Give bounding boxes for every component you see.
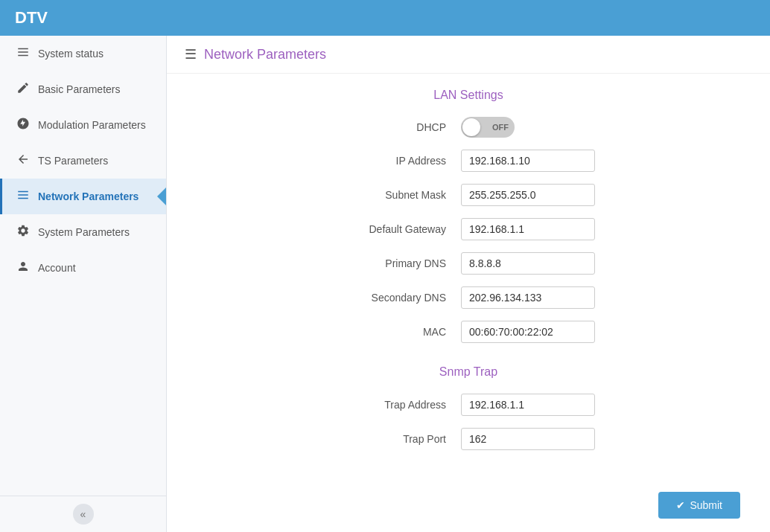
label-trap-address: Trap Address [342, 399, 461, 411]
svg-rect-4 [18, 194, 28, 196]
page-header-icon: ☰ [185, 46, 197, 63]
snmp-trap-title: Snmp Trap [197, 365, 740, 379]
sidebar-item-label: System Parameters [38, 226, 130, 238]
sidebar-item-label: Account [38, 262, 76, 274]
svg-rect-1 [18, 51, 28, 53]
form-row-mac: MAC [197, 321, 740, 343]
sidebar-collapse-area: « [0, 496, 166, 532]
sidebar-item-label: System status [38, 48, 104, 60]
input-trap-address[interactable] [461, 394, 595, 416]
input-trap-port[interactable] [461, 428, 595, 450]
form-row-dhcp: DHCPOFF [197, 117, 740, 138]
page-header: ☰ Network Parameters [167, 36, 770, 74]
sidebar-item-system-parameters[interactable]: System Parameters [0, 214, 166, 250]
sidebar-item-ts-parameters[interactable]: TS Parameters [0, 143, 166, 179]
label-subnet-mask: Subnet Mask [342, 189, 461, 201]
active-arrow [157, 188, 166, 205]
system-status-icon [16, 45, 31, 62]
input-subnet-mask[interactable] [461, 184, 595, 206]
sidebar-item-label: Basic Parameters [38, 83, 120, 95]
input-default-gateway[interactable] [461, 218, 595, 240]
main-content: ☰ Network Parameters LAN Settings DHCPOF… [167, 36, 770, 532]
basic-parameters-icon [16, 81, 31, 97]
sidebar-item-account[interactable]: Account [0, 250, 166, 286]
app-title: DTV [15, 8, 48, 28]
input-secondary-dns[interactable] [461, 286, 595, 309]
app-header: DTV [0, 0, 770, 36]
label-trap-port: Trap Port [342, 433, 461, 445]
sidebar-item-label: TS Parameters [38, 155, 108, 167]
content-area: LAN Settings DHCPOFFIP AddressSubnet Mas… [167, 74, 770, 477]
lan-settings-title: LAN Settings [197, 89, 740, 102]
input-mac[interactable] [461, 321, 595, 343]
account-icon [16, 260, 31, 276]
sidebar-item-modulation-parameters[interactable]: Modulation Parameters [0, 107, 166, 143]
sidebar-item-label: Modulation Parameters [38, 119, 146, 131]
form-row-trap-port: Trap Port [197, 428, 740, 450]
sidebar-item-basic-parameters[interactable]: Basic Parameters [0, 71, 166, 107]
form-row-primary-dns: Primary DNS [197, 252, 740, 275]
ts-parameters-icon [16, 153, 31, 169]
label-mac: MAC [342, 326, 461, 338]
form-row-ip-address: IP Address [197, 150, 740, 172]
svg-rect-3 [18, 191, 28, 193]
modulation-parameters-icon [16, 117, 31, 133]
form-row-trap-address: Trap Address [197, 394, 740, 416]
label-dhcp: DHCP [342, 121, 461, 133]
toggle-wrap-dhcp: OFF [461, 117, 595, 138]
input-ip-address[interactable] [461, 150, 595, 172]
submit-area: ✔ Submit [167, 477, 770, 532]
sidebar-item-network-parameters[interactable]: Network Parameters [0, 179, 166, 214]
main-layout: System statusBasic ParametersModulation … [0, 36, 770, 532]
system-parameters-icon [16, 224, 31, 240]
label-secondary-dns: Secondary DNS [342, 292, 461, 304]
submit-button[interactable]: ✔ Submit [658, 492, 740, 519]
label-primary-dns: Primary DNS [342, 257, 461, 269]
sidebar-item-system-status[interactable]: System status [0, 36, 166, 71]
toggle-label: OFF [492, 123, 509, 132]
input-primary-dns[interactable] [461, 252, 595, 275]
label-ip-address: IP Address [342, 155, 461, 167]
svg-rect-5 [18, 198, 28, 199]
network-parameters-icon [16, 188, 31, 205]
sidebar-item-label: Network Parameters [38, 190, 139, 202]
toggle-dhcp[interactable]: OFF [461, 117, 515, 138]
form-row-subnet-mask: Subnet Mask [197, 184, 740, 206]
page-title: Network Parameters [204, 47, 326, 63]
collapse-button[interactable]: « [73, 504, 94, 525]
submit-label: Submit [690, 499, 722, 511]
svg-rect-2 [18, 55, 28, 57]
sidebar: System statusBasic ParametersModulation … [0, 36, 167, 532]
submit-icon: ✔ [676, 499, 685, 511]
toggle-knob [462, 118, 480, 136]
label-default-gateway: Default Gateway [342, 223, 461, 235]
svg-rect-0 [18, 48, 28, 50]
form-row-default-gateway: Default Gateway [197, 218, 740, 240]
form-row-secondary-dns: Secondary DNS [197, 286, 740, 309]
